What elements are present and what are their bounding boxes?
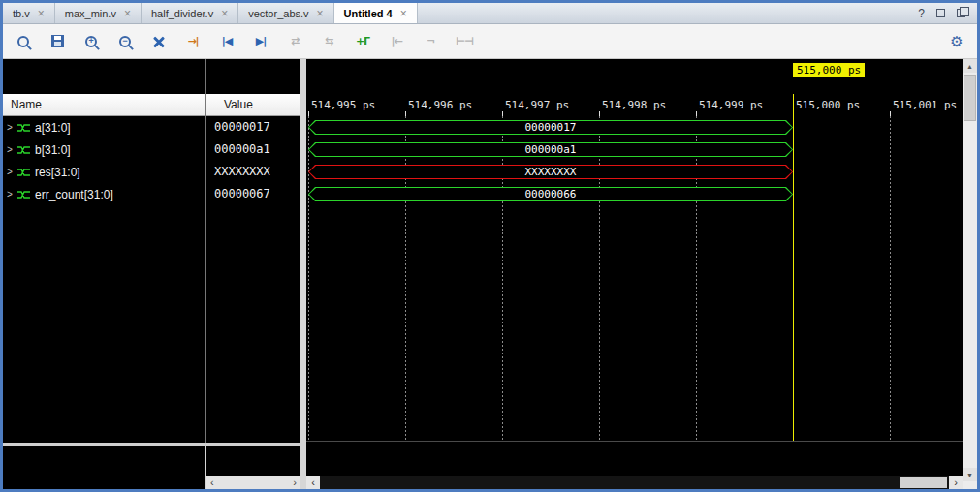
name-panel-bottom bbox=[3, 446, 205, 489]
zoom-fit-button[interactable] bbox=[150, 33, 168, 50]
scroll-right-icon[interactable]: › bbox=[949, 476, 963, 489]
signal-value: 00000067 bbox=[214, 183, 270, 205]
wave-row-a: 00000017 bbox=[306, 116, 963, 138]
float-icon[interactable] bbox=[936, 9, 945, 17]
bus-waveform: 000000a1 bbox=[308, 142, 793, 157]
signal-value: 000000a1 bbox=[214, 138, 270, 161]
close-icon[interactable]: × bbox=[124, 7, 131, 20]
bus-waveform: 00000066 bbox=[308, 187, 793, 201]
next-transition-button[interactable]: ▶| bbox=[252, 33, 269, 50]
help-icon[interactable]: ? bbox=[918, 7, 925, 20]
bus-signal-icon bbox=[16, 123, 31, 133]
previous-transition-button[interactable]: |◀ bbox=[218, 33, 236, 50]
next-marker-icon: ¬ bbox=[427, 35, 434, 47]
bus-value-label: 00000017 bbox=[308, 120, 793, 135]
scroll-left-icon[interactable]: ‹ bbox=[210, 477, 214, 488]
next-marker-button[interactable]: ¬ bbox=[422, 33, 439, 50]
settings-button[interactable]: ⚙ bbox=[948, 33, 965, 50]
bus-waveform: XXXXXXXX bbox=[308, 165, 793, 179]
maximize-icon[interactable] bbox=[957, 9, 965, 17]
value-panel-bottom bbox=[206, 446, 300, 476]
zoom-in-icon: + bbox=[85, 36, 97, 47]
name-value-divider[interactable] bbox=[205, 59, 206, 443]
scroll-right-icon[interactable]: › bbox=[293, 477, 297, 488]
cursor-time-badge: 515,000 ps bbox=[793, 63, 865, 77]
tab-label: vector_abs.v bbox=[248, 8, 308, 19]
swap-cursors-button[interactable]: ⇄ bbox=[286, 33, 303, 50]
scroll-up-icon[interactable]: ▲ bbox=[963, 59, 977, 73]
value-row: 000000a1 bbox=[206, 138, 300, 161]
signal-name: a[31:0] bbox=[35, 121, 71, 135]
expand-icon[interactable]: > bbox=[3, 189, 16, 200]
wave-vscrollbar[interactable]: ▲ ▼ bbox=[963, 59, 977, 489]
wave-hscrollbar[interactable]: ‹ › bbox=[306, 476, 963, 489]
fit-between-markers-icon: ⊢⊣ bbox=[456, 35, 473, 47]
next-transition-icon: ▶| bbox=[256, 35, 266, 47]
ruler-tick-label: 514,996 ps bbox=[408, 99, 472, 111]
swap-cursors-icon: ⇄ bbox=[291, 35, 299, 47]
tab-untitled-4[interactable]: Untitled 4 × bbox=[334, 3, 418, 23]
tab-label: Untitled 4 bbox=[344, 8, 393, 19]
ruler-tick-label: 514,999 ps bbox=[699, 99, 763, 111]
value-column-header: Value bbox=[224, 98, 253, 111]
expand-icon[interactable]: > bbox=[3, 122, 16, 133]
name-panel-top bbox=[3, 59, 300, 94]
tab-tb-v[interactable]: tb.v × bbox=[3, 3, 55, 23]
tab-bar-spacer bbox=[418, 3, 907, 23]
signal-row-res[interactable]: > res[31:0] bbox=[3, 161, 205, 183]
signal-value-panel[interactable]: 00000017 000000a1 XXXXXXXX 00000067 bbox=[206, 116, 300, 443]
waveform-canvas[interactable]: 515,000 ps 514,995 ps 514,996 ps 514,997… bbox=[306, 59, 963, 489]
magnifier-icon bbox=[17, 36, 29, 47]
signal-row-b[interactable]: > b[31:0] bbox=[3, 138, 205, 161]
signal-value: 00000017 bbox=[214, 116, 270, 138]
add-marker-button[interactable]: +Γ bbox=[354, 33, 371, 50]
zoom-out-button[interactable]: − bbox=[116, 33, 134, 50]
close-icon[interactable]: × bbox=[317, 7, 324, 20]
ruler-tick-label: 514,997 ps bbox=[505, 99, 569, 111]
expand-icon[interactable]: > bbox=[3, 167, 16, 177]
tab-label: half_divider.v bbox=[151, 8, 213, 19]
signal-name-panel[interactable]: > a[31:0] > b[31:0] > res[31:0] > err_co… bbox=[3, 116, 205, 443]
bus-signal-icon bbox=[16, 190, 31, 200]
value-row: 00000017 bbox=[206, 116, 300, 138]
fit-between-markers-button[interactable]: ⊢⊣ bbox=[456, 33, 473, 50]
ruler-tick-label: 514,995 ps bbox=[311, 99, 375, 111]
signal-name: res[31:0] bbox=[35, 166, 80, 179]
previous-marker-button[interactable]: |← bbox=[388, 33, 405, 50]
zoom-to-cursor-button[interactable]: →| bbox=[184, 33, 202, 50]
close-icon[interactable]: × bbox=[400, 7, 407, 20]
time-cursor[interactable] bbox=[793, 94, 794, 441]
wave-bottom-separator bbox=[306, 441, 963, 442]
close-icon[interactable]: × bbox=[38, 7, 45, 20]
time-ruler[interactable]: 514,995 ps 514,996 ps 514,997 ps 514,998… bbox=[306, 94, 963, 116]
ruler-tick-label: 514,998 ps bbox=[602, 99, 666, 111]
tab-half-divider-v[interactable]: half_divider.v × bbox=[142, 3, 238, 23]
gear-icon: ⚙ bbox=[950, 33, 963, 50]
value-panel-hscrollbar[interactable]: ‹ › bbox=[206, 476, 300, 489]
signal-row-a[interactable]: > a[31:0] bbox=[3, 116, 205, 138]
expand-icon[interactable]: > bbox=[3, 144, 16, 155]
window-controls: ? bbox=[906, 3, 977, 23]
close-icon[interactable]: × bbox=[221, 7, 228, 20]
tab-max-min-v[interactable]: max_min.v × bbox=[55, 3, 142, 23]
name-column-header: Name bbox=[11, 98, 42, 111]
previous-marker-icon: |← bbox=[391, 35, 401, 47]
zoom-fit-icon bbox=[152, 35, 166, 48]
hscroll-thumb[interactable] bbox=[900, 477, 947, 488]
zoom-button[interactable] bbox=[15, 33, 32, 50]
bus-signal-icon bbox=[16, 145, 31, 155]
previous-transition-icon: |◀ bbox=[222, 35, 232, 47]
snap-to-transition-button[interactable]: ⇆ bbox=[320, 33, 337, 50]
zoom-in-button[interactable]: + bbox=[82, 33, 100, 50]
ruler-tick-label: 515,001 ps bbox=[893, 99, 957, 111]
scroll-left-icon[interactable]: ‹ bbox=[306, 476, 320, 489]
wave-row-res: XXXXXXXX bbox=[306, 161, 963, 183]
bus-value-label: 00000066 bbox=[308, 187, 793, 201]
tab-vector-abs-v[interactable]: vector_abs.v × bbox=[238, 3, 333, 23]
wave-row-err-count: 00000066 bbox=[306, 183, 963, 205]
signal-row-err-count[interactable]: > err_count[31:0] bbox=[3, 183, 205, 205]
save-button[interactable] bbox=[48, 33, 66, 50]
scroll-down-icon[interactable]: ▼ bbox=[963, 468, 977, 481]
zoom-to-cursor-icon: →| bbox=[187, 35, 198, 47]
vscroll-thumb[interactable] bbox=[964, 75, 976, 121]
